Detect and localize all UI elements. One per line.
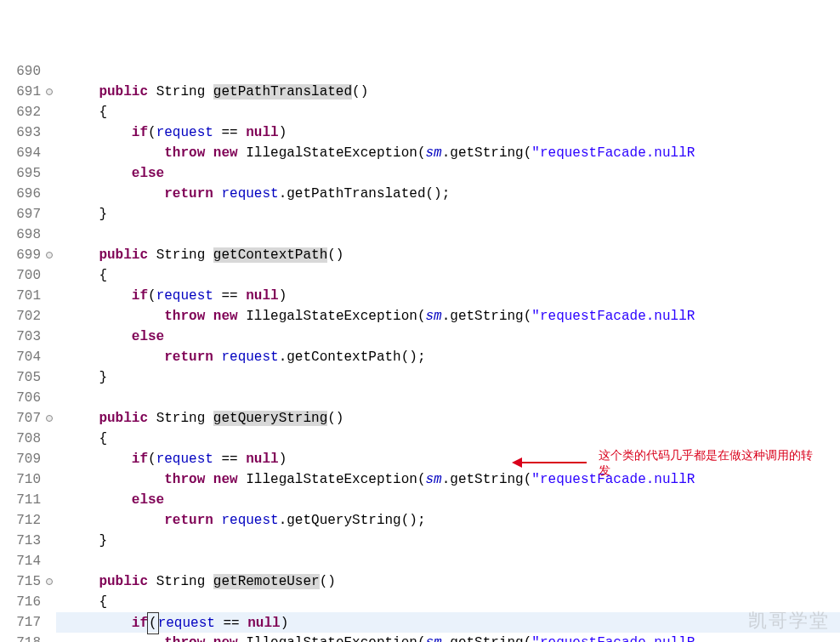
fold-toggle-icon[interactable] bbox=[46, 252, 53, 259]
token-plain: == bbox=[213, 452, 246, 467]
code-line[interactable]: { bbox=[56, 102, 840, 122]
fold-marker-cell bbox=[44, 592, 56, 612]
token-kw: public bbox=[99, 84, 148, 99]
token-mthd: getQueryString bbox=[213, 411, 327, 426]
code-line[interactable]: return request.getQueryString(); bbox=[56, 510, 840, 531]
token-plain bbox=[148, 247, 156, 263]
token-fld: request bbox=[156, 125, 213, 140]
code-line[interactable]: return request.getContextPath(); bbox=[56, 347, 840, 367]
token-plain: .getQueryString(); bbox=[279, 513, 426, 528]
token-kw: null bbox=[247, 616, 280, 631]
token-kw: throw bbox=[164, 635, 205, 642]
line-number: 704 bbox=[0, 347, 41, 367]
token-plain bbox=[66, 513, 164, 528]
line-number: 710 bbox=[0, 469, 41, 490]
fold-marker-cell bbox=[44, 122, 56, 143]
code-line[interactable]: else bbox=[56, 163, 840, 184]
fold-marker-cell bbox=[44, 490, 56, 510]
token-plain: ( bbox=[147, 612, 159, 634]
line-number: 697 bbox=[0, 204, 41, 224]
code-line[interactable]: if(request == null) bbox=[56, 449, 840, 469]
line-number: 712 bbox=[0, 510, 41, 531]
token-plain bbox=[148, 411, 156, 426]
token-plain bbox=[213, 349, 222, 365]
line-number: 694 bbox=[0, 143, 41, 163]
token-kw: throw bbox=[164, 145, 205, 161]
token-kw: throw bbox=[164, 472, 205, 487]
code-line[interactable]: public String getQueryString() bbox=[56, 408, 840, 429]
token-plain: () bbox=[320, 574, 336, 589]
code-line[interactable]: } bbox=[56, 204, 840, 224]
code-line[interactable]: { bbox=[56, 265, 840, 286]
line-number: 692 bbox=[0, 102, 41, 122]
code-line[interactable] bbox=[56, 224, 840, 245]
code-line[interactable]: if(request == null) bbox=[56, 122, 840, 143]
token-plain bbox=[66, 616, 132, 631]
line-number: 691 bbox=[0, 82, 41, 102]
line-number: 702 bbox=[0, 306, 41, 327]
fold-marker-cell bbox=[44, 347, 56, 367]
fold-marker-cell bbox=[44, 612, 56, 633]
code-line[interactable]: if(request == null) bbox=[56, 286, 840, 306]
fold-marker-cell bbox=[44, 510, 56, 531]
line-number: 716 bbox=[0, 592, 41, 612]
token-kw: if bbox=[132, 452, 148, 467]
line-number: 705 bbox=[0, 367, 41, 388]
token-kw: if bbox=[132, 288, 148, 304]
token-kw: public bbox=[99, 247, 148, 263]
token-str: "requestFacade.nullR bbox=[531, 472, 695, 487]
line-number: 715 bbox=[0, 571, 41, 592]
token-mthd: getPathTranslated bbox=[213, 84, 352, 99]
token-fld: request bbox=[156, 452, 213, 467]
fold-marker-cell bbox=[44, 327, 56, 347]
fold-toggle-icon[interactable] bbox=[46, 88, 53, 95]
code-line[interactable]: public String getContextPath() bbox=[56, 245, 840, 265]
code-line[interactable]: return request.getPathTranslated(); bbox=[56, 184, 840, 204]
token-plain: == bbox=[215, 616, 247, 631]
code-line[interactable]: if(request == null) bbox=[56, 612, 840, 633]
code-line[interactable]: public String getPathTranslated() bbox=[56, 82, 840, 102]
code-line[interactable]: } bbox=[56, 531, 840, 551]
token-plain: ) bbox=[281, 616, 289, 631]
code-line[interactable]: throw new IllegalStateException(sm.getSt… bbox=[56, 306, 840, 327]
code-line[interactable]: { bbox=[56, 592, 840, 612]
code-line[interactable]: else bbox=[56, 327, 840, 347]
token-kw: new bbox=[213, 145, 238, 161]
code-line[interactable] bbox=[56, 388, 840, 408]
token-kw: new bbox=[213, 635, 238, 642]
code-line[interactable] bbox=[56, 551, 840, 571]
code-area[interactable]: public String getPathTranslated() { if(r… bbox=[56, 61, 840, 642]
code-line[interactable]: } bbox=[56, 367, 840, 388]
fold-toggle-icon[interactable] bbox=[46, 415, 53, 422]
token-plain: } bbox=[66, 370, 107, 385]
token-plain: ( bbox=[148, 125, 156, 140]
code-line[interactable]: throw new IllegalStateException(sm.getSt… bbox=[56, 143, 840, 163]
code-line[interactable]: else bbox=[56, 490, 840, 510]
token-fldi: sm bbox=[426, 309, 442, 324]
token-str: "requestFacade.nullR bbox=[531, 145, 695, 161]
code-line[interactable]: public String getRemoteUser() bbox=[56, 571, 840, 592]
token-plain bbox=[66, 349, 164, 365]
fold-marker-cell bbox=[44, 388, 56, 408]
token-plain: IllegalStateException( bbox=[238, 309, 426, 324]
token-plain bbox=[66, 452, 132, 467]
line-number: 699 bbox=[0, 245, 41, 265]
token-plain: ( bbox=[148, 452, 156, 467]
fold-toggle-icon[interactable] bbox=[46, 578, 53, 585]
token-plain: .getContextPath(); bbox=[279, 349, 426, 365]
code-line[interactable]: throw new IllegalStateException(sm.getSt… bbox=[56, 633, 840, 642]
token-plain bbox=[66, 574, 99, 589]
token-plain: ( bbox=[148, 288, 156, 304]
token-ret: return bbox=[164, 186, 213, 202]
code-editor[interactable]: 6906916926936946956966976986997007017027… bbox=[0, 61, 840, 642]
code-line[interactable]: { bbox=[56, 429, 840, 449]
fold-marker-cell bbox=[44, 449, 56, 469]
fold-marker-cell bbox=[44, 367, 56, 388]
fold-marker-cell bbox=[44, 245, 56, 265]
token-plain bbox=[205, 635, 213, 642]
code-line[interactable] bbox=[56, 61, 840, 82]
code-line[interactable]: throw new IllegalStateException(sm.getSt… bbox=[56, 469, 840, 490]
line-number: 695 bbox=[0, 163, 41, 184]
token-plain bbox=[205, 472, 213, 487]
fold-marker-cell bbox=[44, 531, 56, 551]
